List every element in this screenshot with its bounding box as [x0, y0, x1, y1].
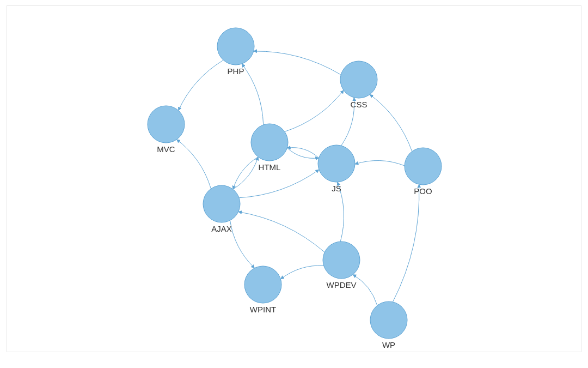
node-label: MVC [157, 144, 175, 154]
node-ajax[interactable]: AJAX [203, 185, 240, 233]
edge-wp-poo[interactable] [393, 184, 419, 302]
edge-poo-css[interactable] [370, 94, 412, 151]
node-wp[interactable]: WP [370, 301, 407, 349]
edge-wp-wpdev[interactable] [353, 275, 377, 306]
node-js[interactable]: JS [318, 145, 355, 193]
node-wpint[interactable]: WPINT [244, 266, 281, 314]
edge-html-js[interactable] [287, 148, 318, 158]
edge-ajax-wpint[interactable] [230, 220, 255, 268]
edge-html-ajax[interactable] [233, 157, 258, 189]
node-circle[interactable] [323, 242, 360, 279]
node-poo[interactable]: POO [405, 148, 442, 196]
node-label: HTML [259, 162, 281, 172]
node-circle[interactable] [251, 124, 288, 161]
node-mvc[interactable]: MVC [148, 106, 185, 154]
node-circle[interactable] [203, 185, 240, 222]
edge-html-css[interactable] [285, 91, 344, 132]
node-circle[interactable] [217, 28, 254, 65]
node-css[interactable]: CSS [340, 61, 377, 109]
node-wpdev[interactable]: WPDEV [323, 242, 360, 289]
node-circle[interactable] [405, 148, 442, 185]
node-label: JS [332, 184, 341, 193]
edge-html-php[interactable] [242, 64, 263, 125]
node-label: POO [414, 186, 432, 196]
node-html[interactable]: HTML [251, 124, 288, 172]
node-circle[interactable] [244, 266, 281, 303]
edge-ajax-html[interactable] [233, 157, 258, 189]
node-circle[interactable] [148, 106, 185, 143]
node-label: WPDEV [326, 280, 356, 289]
node-label: WPINT [250, 305, 276, 314]
node-label: AJAX [211, 224, 232, 233]
edge-css-php[interactable] [254, 51, 341, 75]
node-label: CSS [351, 100, 367, 109]
graph-panel: PHPCSSMVCHTMLJSPOOAJAXWPDEVWPINTWP [7, 5, 581, 352]
node-label: PHP [228, 67, 244, 76]
node-circle[interactable] [370, 301, 407, 339]
edge-ajax-mvc[interactable] [176, 140, 211, 189]
edge-ajax-js[interactable] [239, 170, 319, 197]
node-php[interactable]: PHP [217, 28, 254, 76]
edge-php-mvc[interactable] [179, 60, 224, 110]
edge-js-html[interactable] [287, 148, 318, 158]
node-label: WP [382, 340, 395, 349]
node-circle[interactable] [340, 61, 377, 98]
node-circle[interactable] [318, 145, 355, 182]
edge-wpdev-wpint[interactable] [280, 266, 323, 279]
edge-poo-js[interactable] [355, 160, 405, 165]
graph-svg[interactable]: PHPCSSMVCHTMLJSPOOAJAXWPDEVWPINTWP [7, 6, 581, 352]
edge-wpdev-ajax[interactable] [238, 212, 324, 252]
